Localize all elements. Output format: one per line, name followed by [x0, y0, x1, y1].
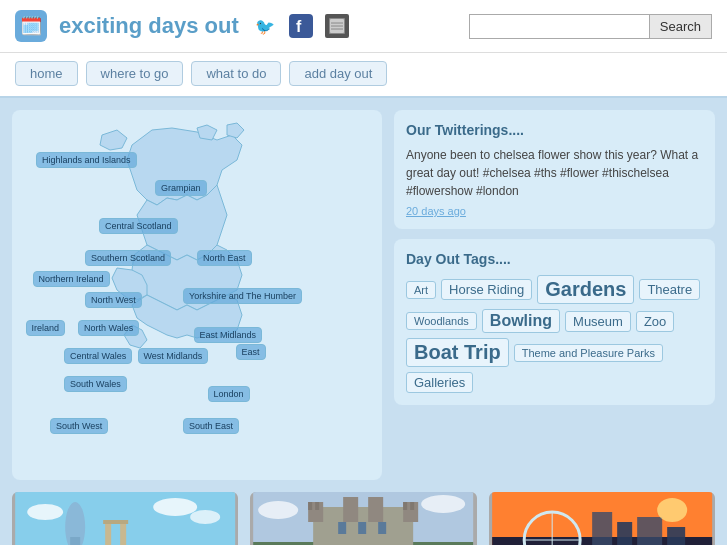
svg-rect-39: [592, 512, 612, 545]
svg-point-17: [190, 510, 220, 524]
svg-rect-41: [637, 517, 662, 545]
twitter-date[interactable]: 20 days ago: [406, 205, 703, 217]
search-input[interactable]: [469, 14, 649, 39]
nav: home where to go what to do add day out: [0, 53, 727, 98]
region-london[interactable]: London: [208, 386, 250, 402]
region-south-west[interactable]: South West: [50, 418, 108, 434]
twitter-panel: Our Twitterings.... Anyone been to chels…: [394, 110, 715, 229]
region-north-west[interactable]: North West: [85, 292, 142, 308]
tag-zoo[interactable]: Zoo: [636, 311, 674, 332]
twitter-panel-title: Our Twitterings....: [406, 122, 703, 138]
svg-rect-42: [667, 527, 685, 545]
svg-rect-40: [617, 522, 632, 545]
region-highlands[interactable]: Highlands and Islands: [36, 152, 137, 168]
london-image[interactable]: [12, 492, 238, 545]
nav-where-to-go[interactable]: where to go: [86, 61, 184, 86]
tag-woodlands[interactable]: Woodlands: [406, 312, 477, 330]
svg-rect-31: [378, 522, 386, 534]
region-northern-ireland[interactable]: Northern Ireland: [33, 271, 110, 287]
map-container: Highlands and Islands Grampian Central S…: [12, 110, 382, 480]
region-north-east[interactable]: North East: [197, 250, 252, 266]
svg-rect-30: [358, 522, 366, 534]
bottom-images: [0, 492, 727, 545]
region-central-wales[interactable]: Central Wales: [64, 348, 132, 364]
svg-point-32: [258, 501, 298, 519]
nav-home[interactable]: home: [15, 61, 78, 86]
tag-boat-trip[interactable]: Boat Trip: [406, 338, 509, 367]
region-grampian[interactable]: Grampian: [155, 180, 207, 196]
region-east[interactable]: East: [236, 344, 266, 360]
region-central-scotland[interactable]: Central Scotland: [99, 218, 178, 234]
svg-rect-11: [70, 537, 80, 545]
twitter-text: Anyone been to chelsea flower show this …: [406, 146, 703, 200]
tag-galleries[interactable]: Galleries: [406, 372, 473, 393]
twitter-icon[interactable]: 🐦: [251, 12, 279, 40]
svg-text:f: f: [296, 18, 302, 35]
svg-rect-13: [120, 522, 126, 545]
region-southern-scotland[interactable]: Southern Scotland: [85, 250, 171, 266]
castle-image[interactable]: [250, 492, 476, 545]
rss-icon[interactable]: [323, 12, 351, 40]
svg-rect-26: [315, 502, 319, 510]
region-yorkshire[interactable]: Yorkshire and The Humber: [183, 288, 302, 304]
region-west-midlands[interactable]: West Midlands: [138, 348, 209, 364]
logo-area: 🗓️ exciting days out 🐦 f: [15, 10, 351, 42]
svg-rect-12: [105, 522, 111, 545]
region-south-east[interactable]: South East: [183, 418, 239, 434]
svg-point-16: [153, 498, 197, 516]
right-panels: Our Twitterings.... Anyone been to chels…: [394, 110, 715, 480]
svg-rect-29: [338, 522, 346, 534]
svg-rect-14: [103, 520, 128, 524]
svg-rect-28: [410, 502, 414, 510]
svg-point-15: [27, 504, 63, 520]
modern-image[interactable]: [489, 492, 715, 545]
facebook-icon[interactable]: f: [287, 12, 315, 40]
tags-panel: Day Out Tags.... ArtHorse RidingGardensT…: [394, 239, 715, 405]
tags-panel-title: Day Out Tags....: [406, 251, 703, 267]
svg-point-43: [657, 498, 687, 522]
tags-container: ArtHorse RidingGardensTheatreWoodlandsBo…: [406, 275, 703, 393]
svg-rect-22: [343, 497, 358, 522]
tag-bowling[interactable]: Bowling: [482, 309, 560, 333]
tag-art[interactable]: Art: [406, 281, 436, 299]
svg-point-33: [421, 495, 465, 513]
svg-rect-25: [308, 502, 312, 510]
region-ireland[interactable]: Ireland: [26, 320, 66, 336]
tag-horse-riding[interactable]: Horse Riding: [441, 279, 532, 300]
svg-rect-27: [403, 502, 407, 510]
tag-gardens[interactable]: Gardens: [537, 275, 634, 304]
nav-what-to-do[interactable]: what to do: [191, 61, 281, 86]
region-south-wales[interactable]: South Wales: [64, 376, 127, 392]
search-button[interactable]: Search: [649, 14, 712, 39]
logo-text: exciting days out: [59, 13, 239, 39]
logo-icon: 🗓️: [15, 10, 47, 42]
tag-theme-and-pleasure-parks[interactable]: Theme and Pleasure Parks: [514, 344, 663, 362]
nav-add-day-out[interactable]: add day out: [289, 61, 387, 86]
region-east-midlands[interactable]: East Midlands: [194, 327, 263, 343]
search-area: Search: [469, 14, 712, 39]
tag-theatre[interactable]: Theatre: [639, 279, 700, 300]
tag-museum[interactable]: Museum: [565, 311, 631, 332]
svg-rect-23: [368, 497, 383, 522]
social-icons: 🐦 f: [251, 12, 351, 40]
main-content: Highlands and Islands Grampian Central S…: [0, 98, 727, 492]
header: 🗓️ exciting days out 🐦 f Search: [0, 0, 727, 53]
region-north-wales[interactable]: North Wales: [78, 320, 139, 336]
map-svg-wrapper: Highlands and Islands Grampian Central S…: [22, 120, 372, 470]
